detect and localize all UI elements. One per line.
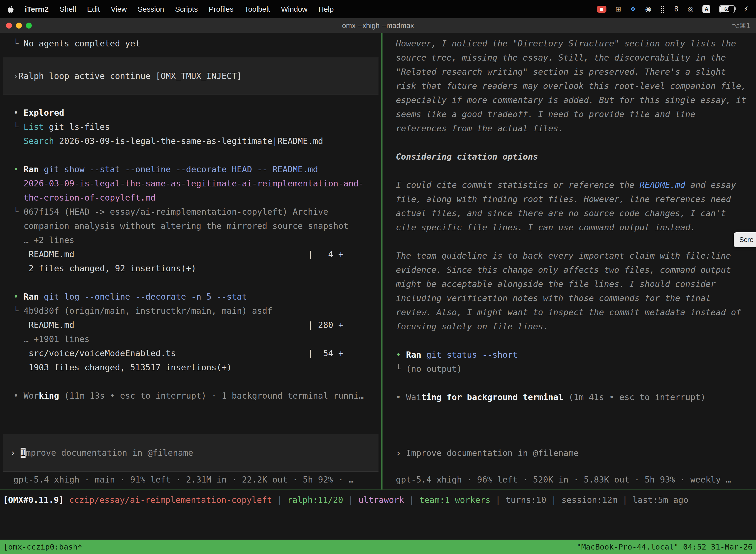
pane-right-content: However, I noticed the "Directory Struct…: [382, 37, 756, 434]
menubar-status-icons: ⊞❖◉⣿8◎A61⚡: [597, 5, 749, 13]
omx-session-statusbar: [OMX#0.11.9] cczip/essay/ai-reimplementa…: [0, 490, 756, 510]
banner-text: Ralph loop active continue [OMX_TMUX_INJ…: [18, 69, 242, 83]
charging-icon[interactable]: ⚡: [744, 6, 749, 13]
screen-recording-indicator[interactable]: [597, 6, 607, 13]
terminal-line: • Ran git status --short: [396, 348, 747, 362]
menu-profiles[interactable]: Profiles: [208, 5, 233, 13]
terminal-line: … +1901 lines: [13, 332, 373, 346]
terminal-line: README.md| 4 +: [13, 247, 373, 261]
window-shortcut-hint: ⌥⌘1: [732, 22, 756, 30]
model-status-right: gpt-5.4 xhigh · 96% left · 520K in · 5.8…: [382, 472, 756, 488]
window-title: omx --xhigh --madmax: [342, 21, 414, 30]
camera-icon[interactable]: ◉: [645, 6, 651, 13]
window-grid-icon[interactable]: ⊞: [615, 6, 621, 13]
terminal-line: [396, 376, 747, 390]
screen-notification-toast[interactable]: Scre: [734, 232, 756, 247]
terminal-line: [13, 148, 373, 162]
zoom-window-button[interactable]: [26, 22, 32, 29]
macos-menubar: iTerm2ShellEditViewSessionScriptsProfile…: [0, 0, 756, 18]
link-icon[interactable]: 8: [674, 6, 679, 13]
window-titlebar: omx --xhigh --madmax ⌥⌘1: [0, 18, 756, 33]
shield-icon[interactable]: ❖: [630, 6, 636, 13]
battery-icon[interactable]: 61: [719, 5, 735, 13]
terminal-line: [396, 234, 747, 249]
pane-left[interactable]: └ No agents completed yet › Ralph loop a…: [0, 33, 381, 490]
terminal-line: Search 2026-03-09-is-legal-the-same-as-l…: [13, 134, 373, 148]
menubar-menus: iTerm2ShellEditViewSessionScriptsProfile…: [7, 5, 334, 13]
keyboard-input-icon[interactable]: A: [702, 5, 710, 13]
pane-right[interactable]: However, I noticed the "Directory Struct…: [382, 33, 756, 490]
close-window-button[interactable]: [6, 22, 12, 29]
terminal-line: 2 files changed, 92 insertions(+): [13, 261, 373, 276]
desktop: iTerm2ShellEditViewSessionScriptsProfile…: [0, 0, 756, 554]
ralph-loop-banner: › Ralph loop active continue [OMX_TMUX_I…: [3, 57, 378, 95]
terminal-line: … +2 lines: [13, 233, 373, 247]
omx-status-line: [OMX#0.11.9] cczip/essay/ai-reimplementa…: [3, 493, 689, 507]
banner-prompt-icon: ›: [13, 69, 18, 83]
terminal-line: [396, 164, 747, 178]
terminal-line: └ 4b9d30f (origin/main, instructkr/main,…: [13, 304, 373, 318]
tmux-statusbar: [omx-cczip0:bash* "MacBook-Pro-44.local"…: [0, 540, 756, 554]
tmux-panes: └ No agents completed yet › Ralph loop a…: [0, 33, 756, 490]
menu-toolbelt[interactable]: Toolbelt: [245, 5, 270, 13]
window-controls: [0, 22, 32, 29]
terminal-line: The team guideline is to back every impo…: [396, 249, 747, 334]
terminal-line: └ No agents completed yet: [13, 37, 373, 51]
model-status-left: gpt-5.4 xhigh · main · 91% left · 2.31M …: [0, 472, 381, 488]
terminal-line: [396, 135, 747, 150]
aperture-icon[interactable]: ◎: [688, 6, 693, 13]
terminal-line: [13, 276, 373, 290]
terminal-line: └ List git ls-files: [13, 120, 373, 134]
prompt-input-right[interactable]: › Improve documentation in @filename: [385, 434, 753, 472]
menu-session[interactable]: Session: [138, 5, 164, 13]
prompt-input-left[interactable]: › Improve documentation in @filename: [3, 434, 378, 472]
terminal-window: └ No agents completed yet › Ralph loop a…: [0, 33, 756, 554]
pane-left-content: └ No agents completed yet › Ralph loop a…: [0, 37, 381, 434]
thinking-heading: Considering citation options: [396, 150, 747, 164]
menu-iterm2[interactable]: iTerm2: [25, 5, 49, 13]
menu-window[interactable]: Window: [281, 5, 308, 13]
tmux-session-label: [omx-cczip0:bash*: [3, 540, 82, 554]
menu-edit[interactable]: Edit: [87, 5, 100, 13]
menu-help[interactable]: Help: [318, 5, 334, 13]
waiting-status-line: • Waiting for background terminal (1m 41…: [396, 390, 747, 404]
apple-menu-icon[interactable]: [7, 5, 14, 13]
terminal-line: • Explored: [13, 106, 373, 120]
menu-shell[interactable]: Shell: [60, 5, 76, 13]
working-status-line: • Working (11m 13s • esc to interrupt) ·…: [13, 389, 373, 403]
terminal-line: • Ran git log --oneline --decorate -n 5 …: [13, 290, 373, 304]
keypad-icon[interactable]: ⣿: [660, 6, 666, 13]
terminal-line: └ 067f154 (HEAD -> essay/ai-reimplementa…: [13, 205, 373, 233]
terminal-line: README.md| 280 +: [13, 318, 373, 332]
terminal-line: However, I noticed the "Directory Struct…: [396, 37, 747, 135]
terminal-line: [396, 334, 747, 348]
terminal-line: 1903 files changed, 513517 insertions(+): [13, 361, 373, 375]
prompt-input-line: › Improve documentation in @filename: [396, 446, 579, 460]
terminal-line: • Ran git show --stat --oneline --decora…: [13, 162, 373, 176]
terminal-line: 2026-03-09-is-legal-the-same-as-legitima…: [13, 176, 373, 205]
tmux-host-clock: "MacBook-Pro-44.local" 04:52 31-Mar-26: [577, 540, 753, 554]
terminal-empty-space: [0, 510, 756, 540]
menu-view[interactable]: View: [111, 5, 127, 13]
terminal-line: [13, 375, 373, 389]
terminal-line: I could cite commit statistics or refere…: [396, 178, 747, 234]
prompt-input-line: › Improve documentation in @filename: [10, 446, 193, 460]
terminal-line: └ (no output): [396, 362, 747, 376]
minimize-window-button[interactable]: [16, 22, 22, 29]
terminal-line: src/voice/voiceModeEnabled.ts| 54 +: [13, 346, 373, 361]
menu-scripts[interactable]: Scripts: [175, 5, 198, 13]
